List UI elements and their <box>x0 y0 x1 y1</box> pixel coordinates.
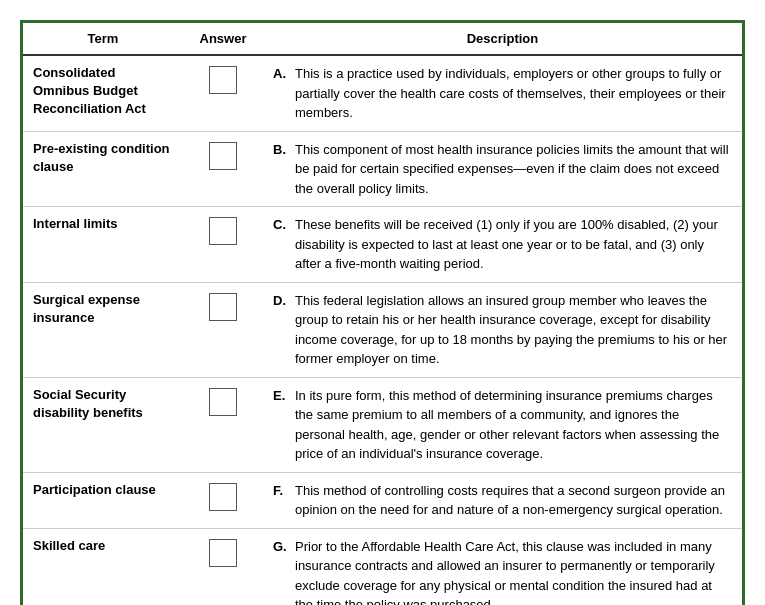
term-cell-2: Internal limits <box>23 207 183 283</box>
description-letter-2: C. <box>273 215 289 274</box>
term-cell-6: Skilled care <box>23 528 183 605</box>
answer-input-box-4[interactable] <box>209 388 237 416</box>
description-cell-5: F.This method of controlling costs requi… <box>263 472 742 528</box>
term-cell-1: Pre-existing condition clause <box>23 131 183 207</box>
answer-cell-3[interactable] <box>183 282 263 377</box>
table-row: Social Security disability benefitsE.In … <box>23 377 742 472</box>
description-letter-4: E. <box>273 386 289 464</box>
col-description-header: Description <box>263 23 742 55</box>
answer-input-box-0[interactable] <box>209 66 237 94</box>
description-cell-0: A.This is a practice used by individuals… <box>263 55 742 131</box>
description-text-1: This component of most health insurance … <box>295 140 732 199</box>
term-cell-5: Participation clause <box>23 472 183 528</box>
description-text-5: This method of controlling costs require… <box>295 481 732 520</box>
description-text-2: These benefits will be received (1) only… <box>295 215 732 274</box>
term-cell-4: Social Security disability benefits <box>23 377 183 472</box>
table-header-row: Term Answer Description <box>23 23 742 55</box>
description-cell-3: D.This federal legislation allows an ins… <box>263 282 742 377</box>
answer-cell-5[interactable] <box>183 472 263 528</box>
table-row: Skilled careG.Prior to the Affordable He… <box>23 528 742 605</box>
table-row: Surgical expense insuranceD.This federal… <box>23 282 742 377</box>
description-cell-1: B.This component of most health insuranc… <box>263 131 742 207</box>
answer-cell-6[interactable] <box>183 528 263 605</box>
description-text-0: This is a practice used by individuals, … <box>295 64 732 123</box>
description-letter-3: D. <box>273 291 289 369</box>
matching-table: Term Answer Description Consolidated Omn… <box>23 23 742 605</box>
table-row: Pre-existing condition clauseB.This comp… <box>23 131 742 207</box>
col-answer-header: Answer <box>183 23 263 55</box>
answer-input-box-1[interactable] <box>209 142 237 170</box>
answer-cell-0[interactable] <box>183 55 263 131</box>
main-table-wrapper: Term Answer Description Consolidated Omn… <box>20 20 745 605</box>
table-row: Consolidated Omnibus Budget Reconciliati… <box>23 55 742 131</box>
description-cell-6: G.Prior to the Affordable Health Care Ac… <box>263 528 742 605</box>
description-text-3: This federal legislation allows an insur… <box>295 291 732 369</box>
description-letter-1: B. <box>273 140 289 199</box>
description-cell-4: E.In its pure form, this method of deter… <box>263 377 742 472</box>
answer-input-box-5[interactable] <box>209 483 237 511</box>
description-letter-5: F. <box>273 481 289 520</box>
term-cell-0: Consolidated Omnibus Budget Reconciliati… <box>23 55 183 131</box>
answer-cell-2[interactable] <box>183 207 263 283</box>
description-text-4: In its pure form, this method of determi… <box>295 386 732 464</box>
col-term-header: Term <box>23 23 183 55</box>
description-text-6: Prior to the Affordable Health Care Act,… <box>295 537 732 606</box>
table-row: Internal limitsC.These benefits will be … <box>23 207 742 283</box>
answer-input-box-3[interactable] <box>209 293 237 321</box>
answer-input-box-2[interactable] <box>209 217 237 245</box>
description-letter-6: G. <box>273 537 289 606</box>
term-cell-3: Surgical expense insurance <box>23 282 183 377</box>
answer-cell-1[interactable] <box>183 131 263 207</box>
answer-cell-4[interactable] <box>183 377 263 472</box>
table-row: Participation clauseF.This method of con… <box>23 472 742 528</box>
description-cell-2: C.These benefits will be received (1) on… <box>263 207 742 283</box>
answer-input-box-6[interactable] <box>209 539 237 567</box>
description-letter-0: A. <box>273 64 289 123</box>
